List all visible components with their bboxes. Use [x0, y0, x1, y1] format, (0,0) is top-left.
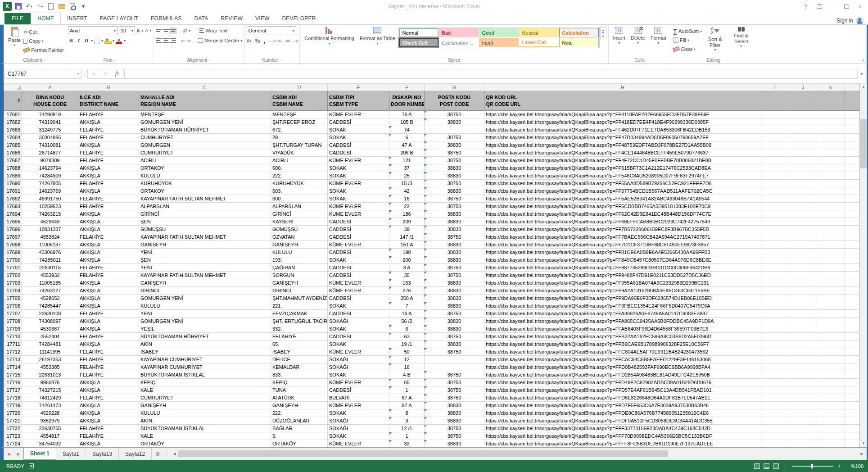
cell-H17693[interactable]: https://cbs.kayseri.bel.tr/sorgusayfalar… [484, 203, 761, 210]
cell-D17695[interactable]: KAYSERİ [271, 218, 328, 226]
row-header-17701[interactable]: 17701 [4, 264, 22, 272]
orientation-icon[interactable]: ab [181, 27, 189, 34]
cell-I17683[interactable] [761, 126, 789, 134]
cell-E17711[interactable]: SOKAK [328, 340, 389, 348]
vertical-scroll-thumb[interactable] [860, 119, 867, 168]
column-header-B[interactable]: B [78, 84, 139, 91]
cell-I17686[interactable] [761, 149, 789, 157]
cell-E17695[interactable]: CADDESİ [328, 218, 389, 226]
cell-H17713[interactable]: https://cbs.kayseri.bel.tr/sorgusayfalar… [484, 356, 761, 363]
cell-G17714[interactable] [425, 363, 484, 371]
cell-D17684[interactable]: 29. [271, 134, 328, 141]
cell-C17706[interactable]: KULULU [139, 302, 271, 310]
cell-D17724[interactable]: ORTAKÖY [271, 440, 328, 448]
cell-B17716[interactable]: AKKIŞLA [78, 379, 139, 386]
cell-I17704[interactable] [761, 287, 789, 295]
align-top-icon[interactable] [156, 28, 162, 33]
cell-E17722[interactable]: SOKAĞI [328, 425, 389, 432]
delete-cells-button[interactable]: Delete▾ [628, 26, 648, 46]
conditional-formatting-button[interactable]: Conditional Formatting▾ [302, 26, 357, 47]
cell-style-linked_cell[interactable]: Linked Cell [519, 38, 559, 47]
cell-F17717[interactable]: 1 [389, 386, 425, 394]
cell-A17715[interactable]: 22631013 [22, 371, 78, 379]
cell-A17717[interactable]: 74327215 [22, 386, 78, 394]
cell-A17694[interactable]: 74263215 [22, 210, 78, 218]
cell-partial-17693[interactable] [845, 203, 859, 210]
cell-G17694[interactable]: 38830 [425, 210, 484, 218]
cell-G17723[interactable]: 38750 [425, 432, 484, 440]
cut-button[interactable]: ✂Cut [23, 27, 64, 36]
number-dialog-launcher-icon[interactable]: ⌐ [280, 58, 282, 62]
cell-K17700[interactable] [817, 256, 845, 264]
cell-J17719[interactable] [789, 402, 817, 409]
cell-C17685[interactable]: GÖMÜRGEN [139, 141, 271, 149]
header-cell-H[interactable]: QR KOD URLQR CODE URL [484, 91, 761, 111]
cell-I17703[interactable] [761, 279, 789, 287]
cell-B17690[interactable]: FELAHİYE [78, 180, 139, 187]
cell-K17708[interactable] [817, 318, 845, 325]
cell-partial-17689[interactable] [845, 172, 859, 180]
cell-E17721[interactable]: SOKAĞI [328, 417, 389, 425]
cell-F17695[interactable]: 209 [389, 218, 425, 226]
zoom-slider-thumb[interactable] [811, 464, 813, 468]
cell-H17685[interactable]: https://cbs.kayseri.bel.tr/sorgusayfalar… [484, 141, 761, 149]
cell-F17710[interactable]: 63 [389, 333, 425, 340]
row-header-17709[interactable]: 17709 [4, 325, 22, 333]
cell-F17694[interactable]: 186 [389, 210, 425, 218]
select-all-corner[interactable] [4, 84, 22, 91]
row-header-17716[interactable]: 17716 [4, 379, 22, 386]
cell-E17684[interactable]: SOKAK [328, 134, 389, 141]
column-header-H[interactable]: H [484, 84, 761, 91]
cell-style-check_cell[interactable]: Check Cell [399, 38, 439, 47]
cell-partial-17724[interactable] [845, 440, 859, 448]
fill-button[interactable]: ↓Fill▾ [673, 36, 702, 45]
cell-partial-17716[interactable] [845, 379, 859, 386]
cell-I17720[interactable] [761, 409, 789, 417]
cell-A17722[interactable]: 22630755 [22, 425, 78, 432]
cell-K17687[interactable] [817, 157, 845, 164]
cell-F17682[interactable]: 105 B [389, 118, 425, 126]
cell-K17718[interactable] [817, 394, 845, 402]
cell-E17691[interactable]: SOKAK [328, 187, 389, 195]
cell-C17713[interactable]: KAYAPINAR CUMHURİYET [139, 356, 271, 363]
cell-E17716[interactable]: KÜME EVLER [328, 379, 389, 386]
row-header-17700[interactable]: 17700 [4, 256, 22, 264]
cell-partial-17720[interactable] [845, 409, 859, 417]
cell-C17688[interactable]: ORTAKÖY [139, 164, 271, 172]
zoom-in-icon[interactable]: + [836, 463, 843, 469]
cell-A17712[interactable]: 11141395 [22, 348, 78, 356]
namebox-splitter[interactable]: ⋮ [82, 71, 87, 77]
cell-J17706[interactable] [789, 302, 817, 310]
row-header-17687[interactable]: 17687 [4, 157, 22, 164]
cell-G17708[interactable]: 38830 [425, 318, 484, 325]
cell-J17717[interactable] [789, 386, 817, 394]
cell-partial-17699[interactable] [845, 249, 859, 256]
cell-J17711[interactable] [789, 340, 817, 348]
cell-H17718[interactable]: https://cbs.kayseri.bel.tr/sorgusayfalar… [484, 394, 761, 402]
cell-B17684[interactable]: FELAHİYE [78, 134, 139, 141]
cell-E17690[interactable]: KÜME EVLER [328, 180, 389, 187]
cell-A17718[interactable]: 74312429 [22, 394, 78, 402]
cell-partial-17692[interactable] [845, 195, 859, 203]
cell-G17707[interactable]: 38750 [425, 310, 484, 318]
cell-A17705[interactable]: 4528653 [22, 295, 78, 302]
tab-file[interactable]: FILE [5, 13, 31, 24]
formula-input[interactable] [124, 69, 858, 79]
cell-J17690[interactable] [789, 180, 817, 187]
cell-J17698[interactable] [789, 241, 817, 249]
cell-B17721[interactable]: AKKIŞLA [78, 417, 139, 425]
cell-K17684[interactable] [817, 134, 845, 141]
cell-G17691[interactable]: 38830 [425, 187, 484, 195]
scroll-right-icon[interactable]: ▶ [858, 450, 866, 458]
row-header-17685[interactable]: 17685 [4, 141, 22, 149]
cell-B17713[interactable]: FELAHİYE [78, 356, 139, 363]
cell-partial-17712[interactable] [845, 348, 859, 356]
row-header-17703[interactable]: 17703 [4, 279, 22, 287]
cell-A17703[interactable]: 11005135 [22, 279, 78, 287]
cell-D17707[interactable]: FEVZİÇAKMAK [271, 310, 328, 318]
macro-record-icon[interactable] [29, 463, 34, 468]
column-header-I[interactable]: I [761, 84, 789, 91]
cell-partial-17694[interactable] [845, 210, 859, 218]
vertical-scrollbar[interactable]: ▲ ▼ [859, 83, 867, 447]
cell-E17717[interactable]: CADDESİ [328, 386, 389, 394]
